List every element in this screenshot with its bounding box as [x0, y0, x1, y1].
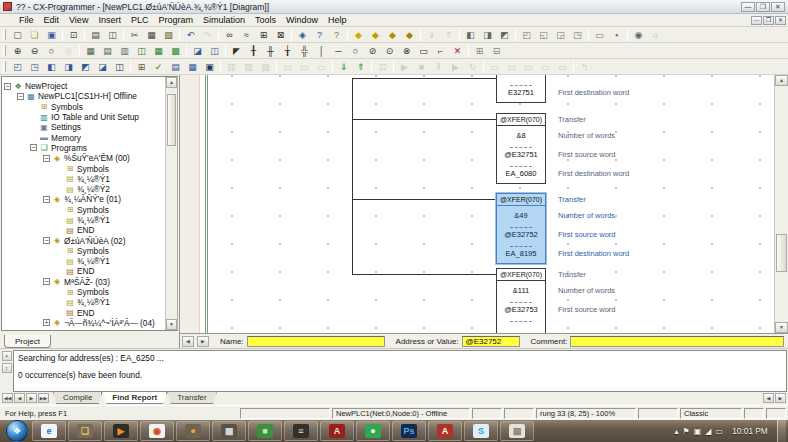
- about-button[interactable]: ◈: [294, 28, 311, 42]
- taskbar-app-orange-app[interactable]: ●: [176, 421, 210, 441]
- tree-item-programs[interactable]: −❏Programs: [2, 143, 165, 153]
- copy-button[interactable]: ▦: [143, 28, 160, 42]
- zoom-out-button[interactable]: ⊖: [26, 44, 43, 58]
- output-h-scrollbar[interactable]: ◀ ▶: [763, 393, 786, 403]
- zoom-in-button[interactable]: ⊕: [9, 44, 26, 58]
- menu-help[interactable]: Help: [323, 15, 352, 25]
- tree-item-settings[interactable]: ▣Settings: [2, 122, 165, 132]
- or-contact-nc-button[interactable]: ╬: [296, 44, 313, 58]
- scroll-right-button[interactable]: ▶: [197, 336, 209, 347]
- coil-reset-button[interactable]: ⊗: [398, 44, 415, 58]
- replace-button[interactable]: ≈: [238, 28, 255, 42]
- tree-item-1[interactable]: ▤¾¸¼®Ý1: [2, 297, 165, 307]
- last-tab-button[interactable]: ▶▶: [38, 393, 49, 403]
- compare-programs-button[interactable]: ⊡: [65, 28, 82, 42]
- collapse-box[interactable]: −: [43, 237, 50, 244]
- contact-nc-button[interactable]: ╫: [262, 44, 279, 58]
- menu-program[interactable]: Program: [153, 15, 198, 25]
- ladder-canvas[interactable]: E32751First destination word@XFER(070)&8…: [200, 75, 774, 333]
- project-tree[interactable]: −❖NewProject−▦NewPLC1[CS1H-H] Offline⊞Sy…: [2, 77, 165, 330]
- mnemonic-view-button[interactable]: ▤: [167, 60, 184, 74]
- tree-item-symbols[interactable]: ⊞Symbols: [2, 246, 165, 256]
- tree-item-end[interactable]: ▤END: [2, 225, 165, 235]
- start-button[interactable]: ❖: [6, 420, 28, 442]
- invert-instruction-button[interactable]: ⌐: [432, 44, 449, 58]
- watch-window-2-button[interactable]: ▨: [240, 60, 257, 74]
- print-button[interactable]: ▤: [87, 28, 104, 42]
- help-button[interactable]: ?: [311, 28, 328, 42]
- online-edit-begin-button[interactable]: ▭: [279, 60, 296, 74]
- online-edit-send-button[interactable]: ▭: [296, 60, 313, 74]
- collapse-box[interactable]: −: [43, 278, 50, 285]
- context-help-button[interactable]: ?: [328, 28, 345, 42]
- scroll-left-button[interactable]: ◀: [763, 393, 774, 403]
- horizontal-line-button[interactable]: ─: [330, 44, 347, 58]
- tree-item-symbols[interactable]: ⊞Symbols: [2, 102, 165, 112]
- tree-item-1[interactable]: ▤¾¸¼®Ý1: [2, 174, 165, 184]
- scan-run-button[interactable]: ▭: [520, 60, 537, 74]
- comment-view-button[interactable]: ◫: [133, 44, 150, 58]
- pause-simulation-button[interactable]: ‖: [430, 60, 447, 74]
- menu-simulation[interactable]: Simulation: [198, 15, 250, 25]
- menu-insert[interactable]: Insert: [93, 15, 126, 25]
- menu-view[interactable]: View: [64, 15, 93, 25]
- tree-item-m-03[interactable]: −◈MªŠÂŽ- (03): [2, 277, 165, 287]
- xfer-block[interactable]: @XFER(070)&8@E32751EA_6080: [496, 113, 546, 184]
- zoom-100-button[interactable]: ○: [43, 44, 60, 58]
- transfer-from-plc-button[interactable]: ⇑: [352, 60, 369, 74]
- sim-option-b-button[interactable]: ▭: [554, 60, 571, 74]
- xfer-block[interactable]: @XFER(070)&111@E32753: [496, 268, 546, 333]
- address-ref-tool-button[interactable]: ◫: [111, 60, 128, 74]
- scroll-left-button[interactable]: ◀: [182, 336, 194, 347]
- taskbar-app-windows-explorer[interactable]: ❏: [68, 421, 102, 441]
- delete-rung-button[interactable]: ⊟: [488, 44, 505, 58]
- prev-tab-button[interactable]: ◀: [14, 393, 25, 403]
- output-expand-button[interactable]: ↕: [2, 363, 12, 373]
- view-mnemonics-button[interactable]: ◧: [462, 28, 479, 42]
- step-run-button[interactable]: ▶: [447, 60, 464, 74]
- find-address-button[interactable]: ⊞: [255, 28, 272, 42]
- download-to-plc-button[interactable]: ⇓: [423, 28, 440, 42]
- collapse-box[interactable]: −: [30, 144, 37, 151]
- rung-wrap-button[interactable]: ▤: [99, 44, 116, 58]
- taskbar-app-internet-explorer[interactable]: e: [32, 421, 66, 441]
- tree-item-end[interactable]: ▤END: [2, 266, 165, 276]
- watch-window-1-button[interactable]: ▥: [223, 60, 240, 74]
- program-mode-button[interactable]: ◆: [384, 28, 401, 42]
- save-button[interactable]: ▣: [43, 28, 60, 42]
- tree-scrollbar[interactable]: ▲ ▼: [165, 77, 177, 330]
- clear-breakpoint-button[interactable]: ▭: [503, 60, 520, 74]
- toolbar-grip[interactable]: [3, 45, 6, 56]
- window-cascade-button[interactable]: ◰: [518, 28, 535, 42]
- find-button[interactable]: ∞: [221, 28, 238, 42]
- taskbar-app-adobe-reader[interactable]: A: [320, 421, 354, 441]
- scroll-up-arrow[interactable]: ▲: [775, 75, 788, 86]
- tree-item-memory[interactable]: ▬Memory: [2, 132, 165, 142]
- cross-ref-window-button[interactable]: ◪: [94, 60, 111, 74]
- scroll-down-arrow[interactable]: ▼: [166, 319, 177, 330]
- compare-with-plc-button[interactable]: ⊡: [374, 60, 391, 74]
- tree-item-symbols[interactable]: ⊞Symbols: [2, 163, 165, 173]
- run-simulation-button[interactable]: ▶: [396, 60, 413, 74]
- redo-button[interactable]: ↷: [199, 28, 216, 42]
- mdi-restore-button[interactable]: ❐: [763, 16, 774, 25]
- tree-item-end[interactable]: ▤END: [2, 308, 165, 318]
- menu-plc[interactable]: PLC: [126, 15, 154, 25]
- output-toggle-button[interactable]: ◨: [60, 60, 77, 74]
- output-tab-transfer[interactable]: Transfer: [167, 392, 217, 404]
- scroll-down-arrow[interactable]: ▼: [775, 322, 788, 333]
- taskbar-clock[interactable]: 10:01 PM: [727, 426, 773, 436]
- coil-set-button[interactable]: ⊙: [381, 44, 398, 58]
- view-symbols-button[interactable]: ◨: [479, 28, 496, 42]
- xfer-block[interactable]: @XFER(070)&49@E32752EA_8195: [496, 193, 546, 264]
- output-tab-find-report[interactable]: Find Report: [102, 392, 167, 404]
- undo-button[interactable]: ↶: [182, 28, 199, 42]
- tree-item-1[interactable]: ▤¾¸¼®Ý1: [2, 256, 165, 266]
- tree-item-symbols[interactable]: ⊞Symbols: [2, 287, 165, 297]
- online-edit-cancel-button[interactable]: ▭: [313, 60, 330, 74]
- tree-item-symbols[interactable]: ⊞Symbols: [2, 205, 165, 215]
- mdi-close-button[interactable]: ✕: [775, 16, 786, 25]
- tree-item-newplc1-cs1h-h-offline[interactable]: −▦NewPLC1[CS1H-H] Offline: [2, 91, 165, 101]
- taskbar-app-gray-utility[interactable]: ▦: [212, 421, 246, 441]
- name-field[interactable]: [247, 336, 385, 347]
